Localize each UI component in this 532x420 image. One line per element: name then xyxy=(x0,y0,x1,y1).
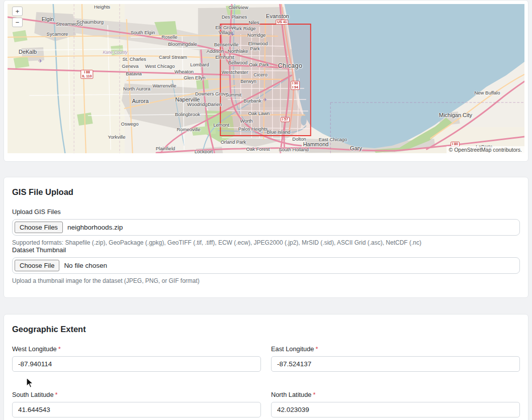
choose-files-button[interactable]: Choose Files xyxy=(15,222,63,233)
thumbnail-file-input[interactable]: Choose File No file chosen xyxy=(12,257,520,274)
gis-formats-help: Supported formats: Shapefile (.zip), Geo… xyxy=(12,239,520,246)
map-selection-rectangle xyxy=(220,24,311,136)
south-latitude-label-text: South Latitude xyxy=(12,391,54,398)
east-longitude-label-text: East Longitude xyxy=(271,345,314,353)
field-east-longitude: East Longitude* xyxy=(271,345,520,372)
page: HeightsGlenviewDes PlainesEvanstonNilesE… xyxy=(0,0,532,420)
required-marker: * xyxy=(313,391,315,398)
east-longitude-input[interactable] xyxy=(271,356,520,372)
required-marker: * xyxy=(58,345,61,353)
north-latitude-label: North Latitude* xyxy=(271,391,520,398)
field-west-longitude: West Longitude* xyxy=(12,345,261,372)
west-longitude-input[interactable] xyxy=(12,356,261,372)
thumbnail-group: Dataset Thumbnail Choose File No file ch… xyxy=(12,246,520,284)
gis-file-name: neighborhoods.zip xyxy=(67,224,123,231)
north-latitude-input[interactable] xyxy=(271,402,520,417)
required-marker: * xyxy=(315,345,318,353)
map-card: HeightsGlenviewDes PlainesEvanstonNilesE… xyxy=(4,0,528,162)
basemap-svg xyxy=(8,4,524,153)
field-south-latitude: South Latitude* xyxy=(12,391,261,417)
gis-files-label: Upload GIS Files xyxy=(12,208,520,216)
gis-upload-card: GIS File Upload Upload GIS Files Choose … xyxy=(4,177,528,298)
map-zoom-control: + − xyxy=(12,7,23,27)
west-longitude-label-text: West Longitude xyxy=(12,345,57,353)
east-longitude-label: East Longitude* xyxy=(271,345,520,353)
gis-upload-title: GIS File Upload xyxy=(12,187,520,197)
field-north-latitude: North Latitude* xyxy=(271,391,520,417)
extent-grid: West Longitude* East Longitude* South La… xyxy=(12,345,520,417)
geographic-extent-card: Geographic Extent West Longitude* East L… xyxy=(4,314,528,420)
gis-files-group: Upload GIS Files Choose Files neighborho… xyxy=(12,208,520,246)
gis-file-input[interactable]: Choose Files neighborhoods.zip xyxy=(12,219,520,236)
map-attribution: © OpenStreetMap contributors. xyxy=(447,146,524,153)
required-marker: * xyxy=(55,391,58,398)
north-latitude-label-text: North Latitude xyxy=(271,391,311,398)
west-longitude-label: West Longitude* xyxy=(12,345,261,353)
thumbnail-help: Upload a thumbnail image for the dataset… xyxy=(12,277,520,284)
zoom-in-button[interactable]: + xyxy=(12,7,23,16)
thumbnail-label: Dataset Thumbnail xyxy=(12,246,520,254)
south-latitude-input[interactable] xyxy=(12,402,261,417)
thumbnail-file-name: No file chosen xyxy=(64,262,107,269)
geographic-extent-title: Geographic Extent xyxy=(12,325,520,334)
map-canvas[interactable]: HeightsGlenviewDes PlainesEvanstonNilesE… xyxy=(8,4,524,153)
south-latitude-label: South Latitude* xyxy=(12,391,261,398)
choose-file-button[interactable]: Choose File xyxy=(15,260,59,271)
zoom-out-button[interactable]: − xyxy=(12,18,23,27)
